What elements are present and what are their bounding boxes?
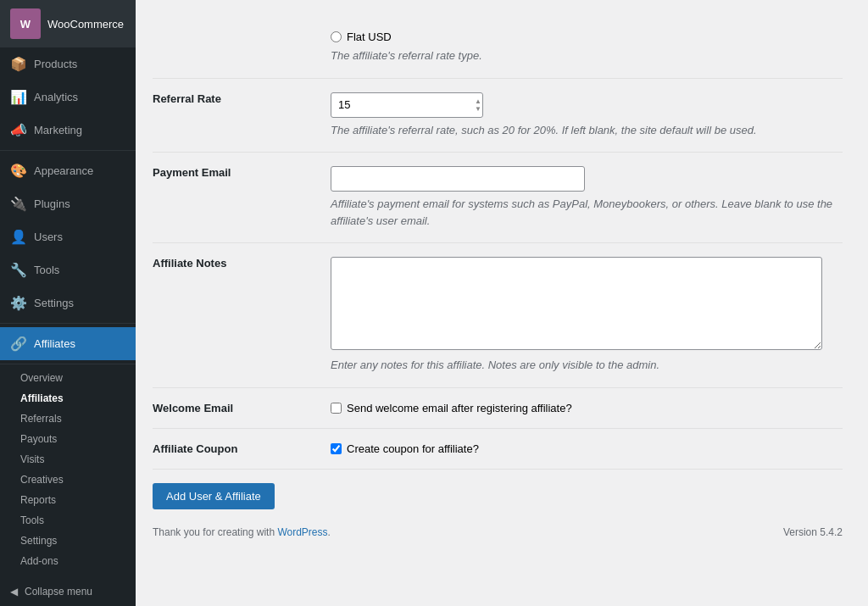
sidebar-sub-visits[interactable]: Visits <box>0 449 136 470</box>
flat-usd-header <box>153 17 322 78</box>
sidebar: W WooCommerce 📦 Products 📊 Analytics 📣 M… <box>0 0 136 606</box>
flat-usd-cell: Flat USD The affiliate's referral rate t… <box>322 17 843 78</box>
welcome-email-option: Send welcome email after registering aff… <box>331 402 834 414</box>
sidebar-sub-referrals[interactable]: Referrals <box>0 409 136 429</box>
affiliate-notes-textarea[interactable] <box>331 257 822 350</box>
sidebar-item-label-analytics: Analytics <box>34 91 78 103</box>
affiliate-notes-row: Affiliate Notes Enter any notes for this… <box>153 243 843 388</box>
welcome-email-cell: Send welcome email after registering aff… <box>322 387 843 428</box>
sidebar-divider-2 <box>0 323 136 324</box>
appearance-icon: 🎨 <box>10 163 27 179</box>
sidebar-item-label-users: Users <box>34 231 63 243</box>
referral-rate-wrapper: ▲ ▼ <box>331 92 483 118</box>
affiliate-coupon-checkbox[interactable] <box>331 443 342 454</box>
referral-rate-header: Referral Rate <box>153 78 322 153</box>
referral-rate-input[interactable] <box>331 92 483 118</box>
flat-usd-row: Flat USD The affiliate's referral rate t… <box>153 17 843 78</box>
payment-email-cell: Affiliate's payment email for systems su… <box>322 153 843 243</box>
referral-rate-cell: ▲ ▼ The affiliate's referral rate, such … <box>322 78 843 153</box>
collapse-menu-button[interactable]: ◀ Collapse menu <box>0 577 136 606</box>
sidebar-sub-addons[interactable]: Add-ons <box>0 551 136 571</box>
referral-rate-description: The affiliate's referral rate, such as 2… <box>331 122 834 139</box>
referral-rate-row: Referral Rate ▲ ▼ The affiliate's referr… <box>153 78 843 153</box>
sidebar-item-tools[interactable]: 🔧 Tools <box>0 253 136 286</box>
affiliate-notes-cell: Enter any notes for this affiliate. Note… <box>322 243 843 388</box>
flat-usd-label[interactable]: Flat USD <box>347 31 392 43</box>
footer: Thank you for creating with WordPress. V… <box>153 526 843 538</box>
flat-usd-option: Flat USD <box>331 31 834 43</box>
sidebar-sub-reports[interactable]: Reports <box>0 490 136 510</box>
affiliate-coupon-checkbox-label[interactable]: Create coupon for affiliate? <box>347 442 479 455</box>
sidebar-item-products[interactable]: 📦 Products <box>0 47 136 81</box>
affiliate-coupon-header: Affiliate Coupon <box>153 428 322 469</box>
welcome-email-checkbox-label[interactable]: Send welcome email after registering aff… <box>347 402 572 414</box>
sidebar-item-label-tools: Tools <box>34 264 59 276</box>
sidebar-divider-3 <box>0 364 136 364</box>
flat-usd-description: The affiliate's referral rate type. <box>331 47 834 64</box>
analytics-icon: 📊 <box>10 89 27 105</box>
affiliate-notes-header: Affiliate Notes <box>153 243 322 388</box>
thank-you-text: Thank you for creating with <box>153 526 277 538</box>
sidebar-sub-tools[interactable]: Tools <box>0 510 136 531</box>
affiliate-notes-description: Enter any notes for this affiliate. Note… <box>331 357 834 374</box>
affiliate-coupon-option: Create coupon for affiliate? <box>331 442 834 455</box>
add-user-affiliate-button[interactable]: Add User & Affiliate <box>153 483 275 509</box>
sidebar-item-marketing[interactable]: 📣 Marketing <box>0 114 136 147</box>
payment-email-header: Payment Email <box>153 153 322 243</box>
woocommerce-logo: W <box>10 8 41 39</box>
collapse-icon: ◀ <box>10 586 18 598</box>
woo-logo-text: W <box>20 18 31 31</box>
payment-email-row: Payment Email Affiliate's payment email … <box>153 153 843 243</box>
sidebar-item-woocommerce[interactable]: W WooCommerce <box>0 0 136 47</box>
products-icon: 📦 <box>10 56 27 72</box>
welcome-email-header: Welcome Email <box>153 387 322 428</box>
submit-section: Add User & Affiliate <box>153 483 843 509</box>
sidebar-item-affiliates[interactable]: 🔗 Affiliates <box>0 327 136 360</box>
affiliate-coupon-row: Affiliate Coupon Create coupon for affil… <box>153 428 843 469</box>
spinner-arrows: ▲ ▼ <box>475 97 481 112</box>
sidebar-sub-payouts[interactable]: Payouts <box>0 429 136 449</box>
payment-email-input[interactable] <box>331 166 585 192</box>
spinner-down[interactable]: ▼ <box>475 105 481 112</box>
sidebar-item-settings[interactable]: ⚙️ Settings <box>0 286 136 320</box>
form-table: Flat USD The affiliate's referral rate t… <box>153 17 843 470</box>
sidebar-item-label-marketing: Marketing <box>34 124 82 136</box>
sidebar-item-label-products: Products <box>34 58 77 70</box>
affiliate-coupon-cell: Create coupon for affiliate? <box>322 428 843 469</box>
payment-email-description: Affiliate's payment email for systems su… <box>331 196 834 229</box>
tools-icon: 🔧 <box>10 262 27 278</box>
spinner-up[interactable]: ▲ <box>475 97 481 104</box>
sidebar-sub-overview[interactable]: Overview <box>0 368 136 388</box>
sidebar-item-label-woocommerce: WooCommerce <box>47 18 124 31</box>
sidebar-sub-creatives[interactable]: Creatives <box>0 470 136 490</box>
sidebar-item-label-appearance: Appearance <box>34 164 93 177</box>
sidebar-item-users[interactable]: 👤 Users <box>0 220 136 253</box>
welcome-email-row: Welcome Email Send welcome email after r… <box>153 387 843 428</box>
sidebar-sub-affiliates[interactable]: Affiliates <box>0 388 136 409</box>
users-icon: 👤 <box>10 229 27 245</box>
sidebar-item-label-settings: Settings <box>34 297 74 309</box>
sidebar-item-appearance[interactable]: 🎨 Appearance <box>0 154 136 187</box>
sidebar-item-label-affiliates: Affiliates <box>34 337 75 350</box>
footer-version: Version 5.4.2 <box>783 526 843 538</box>
flat-usd-radio[interactable] <box>331 31 342 42</box>
collapse-menu-label: Collapse menu <box>25 586 92 598</box>
affiliates-icon: 🔗 <box>10 336 27 352</box>
sidebar-item-analytics[interactable]: 📊 Analytics <box>0 81 136 114</box>
marketing-icon: 📣 <box>10 122 27 138</box>
footer-left: Thank you for creating with WordPress. <box>153 526 331 538</box>
main-content: Flat USD The affiliate's referral rate t… <box>136 0 868 606</box>
wordpress-link[interactable]: WordPress <box>277 526 327 538</box>
sidebar-item-plugins[interactable]: 🔌 Plugins <box>0 187 136 220</box>
sidebar-sub-settings[interactable]: Settings <box>0 531 136 551</box>
welcome-email-checkbox[interactable] <box>331 403 342 414</box>
plugins-icon: 🔌 <box>10 196 27 212</box>
sidebar-item-label-plugins: Plugins <box>34 197 70 210</box>
sidebar-divider-1 <box>0 150 136 151</box>
settings-icon: ⚙️ <box>10 295 27 311</box>
